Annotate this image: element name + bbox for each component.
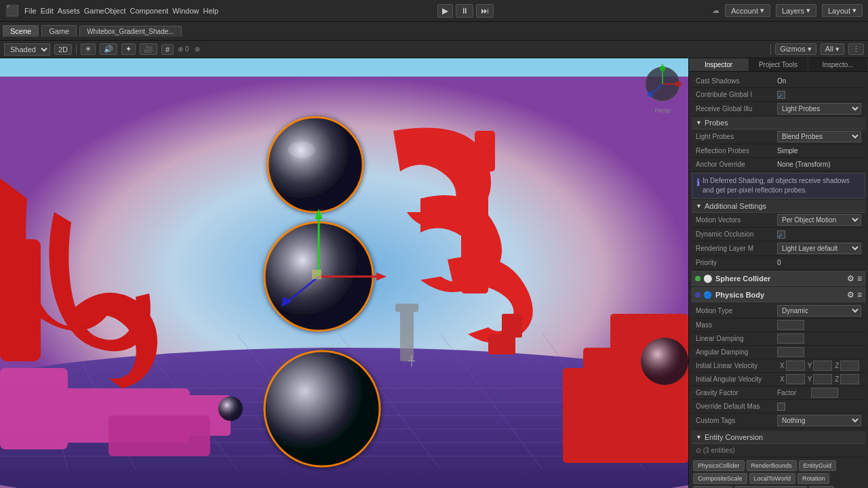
anchor-override-row: Anchor Override None (Transform) [692,158,865,171]
entity-chip[interactable]: EntityGuid [799,460,837,471]
fx-button[interactable]: ✦ [121,43,136,55]
initial-linear-vel-row: Initial Linear Velocity X0 Y0 Z0 [692,359,865,373]
light-button[interactable]: ☀ [81,43,96,55]
anchor-override-value: None (Transform) [777,161,861,168]
entity-chip[interactable]: RenderBounds [747,460,797,471]
inspector2-tab[interactable]: Inspecto... [808,58,868,71]
sphere-collider-options[interactable]: ⚙ [847,274,854,283]
menu-items: File Edit Assets GameObject Component Wi… [24,7,218,15]
receive-global-select[interactable]: Light Probes [777,103,861,115]
cast-shadows-label: Cast Shadows [696,77,777,85]
more-options-button[interactable]: ⋮ [848,43,864,55]
motion-type-select[interactable]: Dynamic [777,305,861,317]
entity-chip[interactable]: LocalToWorld [749,473,795,484]
audio-button[interactable]: 🔊 [100,43,117,55]
motion-vectors-select[interactable]: Per Object Motion [777,214,861,226]
cast-shadows-row: Cast Shadows On [692,75,865,88]
light-probes-select[interactable]: Blend Probes [777,131,861,142]
linear-vel-z-input[interactable]: 0 [840,361,859,371]
entity-conversion-subtitle: ⊙ (3 entities) [696,447,734,454]
viewport[interactable]: ┼ Y X Z Persp [0,58,688,488]
sphere-collider-menu[interactable]: ≡ [857,274,862,283]
tab-game[interactable]: Game [41,25,77,37]
motion-vectors-row: Motion Vectors Per Object Motion [692,213,865,228]
play-button[interactable]: ▶ [437,4,453,18]
angular-vel-x-input[interactable]: 0 [786,374,805,384]
mass-input[interactable]: 1 [777,320,804,330]
gizmos-button[interactable]: Gizmos ▾ [775,43,816,55]
scene-cam-button[interactable]: 🎥 [140,43,157,55]
additional-settings-header[interactable]: ▼ Additional Settings [692,200,865,213]
info-box: ℹ In Deferred Shading, all objects recei… [692,173,865,199]
probes-arrow: ▼ [696,119,702,126]
angular-vel-z-input[interactable]: 0 [840,374,859,384]
divider2 [770,44,771,55]
receive-global-row: Receive Global Illu Light Probes [692,102,865,117]
light-probes-label: Light Probes [696,133,777,140]
menu-window[interactable]: Window [172,7,199,15]
linear-damping-label: Linear Damping [696,335,777,342]
menu-component[interactable]: Component [130,7,168,15]
step-button[interactable]: ⏭ [476,4,494,18]
angular-vel-y-input[interactable]: 0 [813,374,832,384]
svg-rect-15 [461,158,488,293]
inspector-tab[interactable]: Inspector [689,58,749,71]
physics-body-menu[interactable]: ≡ [857,290,862,300]
dynamic-occlusion-label: Dynamic Occlusion [696,230,777,238]
project-tools-tab[interactable]: Project Tools [749,58,808,71]
angular-vel-x: X0 [780,374,805,384]
rendering-layer-select[interactable]: Light Layer default [777,243,861,254]
entity-conversion-section: ▼ Entity Conversion ⊙ (3 entities) Physi… [692,431,865,488]
menu-file[interactable]: File [24,7,37,15]
override-default-checkbox[interactable] [777,403,785,411]
collab-icon: ☁ [712,6,719,15]
svg-rect-26 [563,368,590,463]
linear-vel-x-input[interactable]: 0 [786,361,805,371]
gravity-factor-input[interactable]: 1 [811,388,838,398]
grid-button[interactable]: # [161,44,174,55]
sphere-collider-header[interactable]: ⚪ Sphere Collider ⚙ ≡ [692,271,865,286]
physics-body-header[interactable]: 🔵 Physics Body ⚙ ≡ [692,287,865,302]
shading-mode-select[interactable]: Shaded [4,43,50,56]
priority-value: 0 [777,259,861,266]
physics-body-dot [695,292,701,298]
entity-chip[interactable]: PhysicsCollider [693,460,745,471]
all-button[interactable]: All ▾ [821,43,844,55]
layout-button[interactable]: Layout ▾ [822,4,863,17]
entity-chip[interactable]: CompositeScale [693,473,747,484]
linear-damping-input[interactable]: 0.01 [777,333,804,344]
mass-row: Mass 1 [692,319,865,332]
angular-vel-y: Y0 [808,374,833,384]
override-default-label: Override Default Mas [696,403,777,410]
probes-label: Probes [705,119,728,127]
entity-conversion-header[interactable]: ▼ Entity Conversion [692,431,865,444]
menu-help[interactable]: Help [203,7,218,15]
layers-button[interactable]: Layers ▾ [776,4,816,17]
angular-damping-input[interactable]: 0.05 [777,347,804,357]
svg-text:┼: ┼ [408,355,415,367]
top-right-controls: ☁ Account ▾ Layers ▾ Layout ▾ [712,4,863,17]
additional-settings-section: ▼ Additional Settings Motion Vectors Per… [692,200,865,270]
dynamic-occlusion-checkbox[interactable] [777,230,785,239]
svg-text:X: X [680,81,683,87]
custom-tags-select[interactable]: Nothing [777,415,861,426]
linear-vel-y-input[interactable]: 0 [813,361,832,371]
angular-damping-label: Angular Damping [696,348,777,356]
svg-rect-27 [400,307,414,361]
tab-scene[interactable]: Scene [3,25,39,37]
physics-body-options[interactable]: ⚙ [847,290,854,300]
contribute-global-checkbox[interactable] [777,91,785,99]
tab-shader[interactable]: Whitebox_Gradient_Shade... [79,26,181,37]
account-button[interactable]: Account ▾ [725,4,770,17]
2d-toggle[interactable]: 2D [54,44,72,55]
menu-edit[interactable]: Edit [41,7,54,15]
pause-button[interactable]: ⏸ [456,4,473,18]
viewport-gizmo[interactable]: Y X Z Persp [642,64,683,104]
probes-header[interactable]: ▼ Probes [692,117,865,129]
svg-rect-21 [108,415,210,456]
svg-rect-42 [312,270,321,279]
svg-rect-23 [502,314,522,338]
menu-gameobject[interactable]: GameObject [84,7,126,15]
menu-assets[interactable]: Assets [58,7,80,15]
entity-chip[interactable]: Rotation [797,473,830,484]
